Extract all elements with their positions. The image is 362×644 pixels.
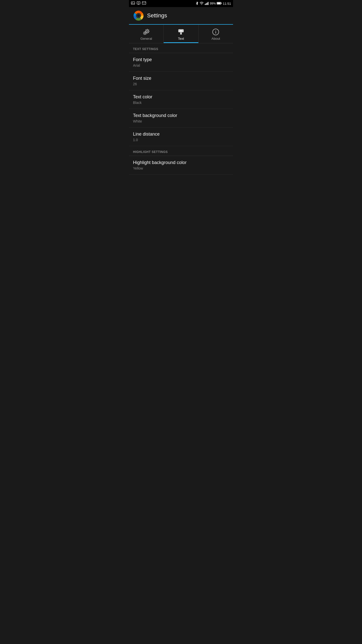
font-size-title: Font size (133, 76, 229, 81)
app-logo-icon (133, 10, 144, 21)
wifi-icon (200, 2, 204, 6)
general-tab-label: General (141, 37, 152, 41)
svg-rect-2 (137, 2, 140, 4)
tab-general[interactable]: General (129, 25, 164, 43)
highlight-bg-color-item[interactable]: Highlight background color Yellow (129, 156, 233, 175)
about-tab-label: About (211, 37, 220, 41)
svg-rect-15 (221, 3, 222, 4)
bluetooth-mute-icon (196, 2, 199, 6)
status-bar: 99% 11:51 (129, 0, 233, 7)
svg-text:i: i (215, 30, 216, 34)
font-type-title: Font type (133, 57, 229, 62)
svg-point-8 (201, 4, 202, 5)
svg-rect-10 (206, 3, 207, 5)
svg-rect-9 (205, 4, 206, 5)
text-bg-color-title: Text background color (133, 113, 229, 118)
svg-rect-26 (180, 34, 182, 34)
status-bar-left (131, 1, 146, 6)
highlight-bg-color-title: Highlight background color (133, 160, 229, 165)
svg-point-20 (147, 31, 148, 32)
tab-text[interactable]: Text (164, 25, 198, 43)
highlight-settings-section-header: HIGHLIGHT SETTINGS (129, 146, 233, 156)
text-tab-icon (177, 28, 185, 36)
text-bg-color-item[interactable]: Text background color White (129, 109, 233, 128)
svg-rect-24 (179, 30, 183, 32)
gallery-icon (131, 1, 135, 6)
font-type-value: Arial (133, 63, 229, 67)
font-size-item[interactable]: Font size 26 (129, 72, 233, 90)
text-color-title: Text color (133, 94, 229, 100)
svg-point-1 (132, 2, 133, 3)
svg-rect-12 (208, 2, 209, 5)
content-area: TEXT SETTINGS Font type Arial Font size … (129, 43, 233, 175)
clock-time: 11:51 (223, 2, 231, 6)
battery-icon (217, 2, 222, 6)
font-type-item[interactable]: Font type Arial (129, 53, 233, 72)
text-color-value: Black (133, 101, 229, 105)
line-distance-item[interactable]: Line distance 1.0 (129, 128, 233, 146)
text-bg-color-value: White (133, 119, 229, 123)
svg-rect-14 (217, 3, 221, 4)
svg-point-22 (144, 33, 145, 34)
line-distance-title: Line distance (133, 132, 229, 137)
status-bar-right: 99% 11:51 (196, 2, 231, 6)
svg-rect-0 (131, 2, 135, 4)
line-distance-value: 1.0 (133, 138, 229, 142)
tab-about[interactable]: i About (199, 25, 233, 43)
app-title: Settings (147, 12, 167, 19)
general-tab-icon (143, 28, 150, 36)
battery-percentage: 99% (210, 2, 216, 5)
highlight-bg-color-value: Yellow (133, 166, 229, 170)
mail-icon (142, 1, 146, 6)
text-color-item[interactable]: Text color Black (129, 90, 233, 109)
text-tab-label: Text (178, 37, 184, 41)
tabs-container: General Text i About (129, 25, 233, 43)
text-settings-section-header: TEXT SETTINGS (129, 43, 233, 53)
app-header: Settings (129, 7, 233, 25)
about-tab-icon: i (212, 28, 219, 36)
signal-icon (205, 2, 209, 6)
font-size-value: 26 (133, 82, 229, 86)
svg-point-3 (138, 2, 139, 3)
screenshot-icon (137, 1, 141, 6)
svg-rect-11 (207, 3, 208, 5)
